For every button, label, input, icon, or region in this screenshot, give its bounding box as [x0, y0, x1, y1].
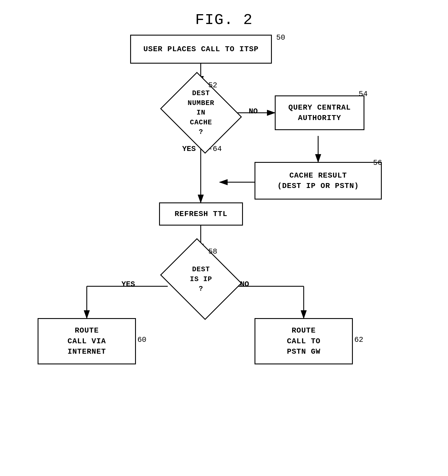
route-internet-box: ROUTE CALL VIA INTERNET: [38, 318, 136, 364]
cache-result-box: CACHE RESULT (DEST IP OR PSTN): [255, 162, 382, 200]
diamond2-wrapper: DEST IS IP ?: [165, 249, 237, 309]
query-box: QUERY CENTRAL AUTHORITY: [275, 95, 364, 130]
diamond2: [160, 238, 242, 320]
diamond1-wrapper: DEST NUMBER IN CACHE ?: [165, 82, 237, 143]
arrows-svg: [0, 0, 448, 476]
refresh-ttl-box: REFRESH TTL: [159, 202, 243, 226]
ref-60: 60: [137, 335, 146, 344]
yes1-label: YES: [182, 145, 196, 153]
start-box: USER PLACES CALL TO ITSP: [130, 35, 272, 64]
ref-62: 62: [354, 335, 363, 344]
diagram-container: FIG. 2 USER PLACES CALL TO ITSP: [0, 0, 448, 476]
route-pstn-box: ROUTE CALL TO PSTN GW: [255, 318, 353, 364]
ref-54: 54: [359, 90, 368, 98]
figure-title: FIG. 2: [195, 12, 253, 29]
diamond1: [160, 72, 242, 154]
ref-64-label: -64: [208, 145, 222, 153]
ref-58: 58: [208, 247, 217, 256]
no1-label: NO: [249, 107, 258, 116]
yes2-label: YES: [121, 280, 135, 289]
ref-56: 56: [373, 158, 382, 167]
ref-52: 52: [208, 81, 217, 90]
ref-50: 50: [276, 33, 285, 42]
no2-label: NO: [240, 280, 249, 289]
